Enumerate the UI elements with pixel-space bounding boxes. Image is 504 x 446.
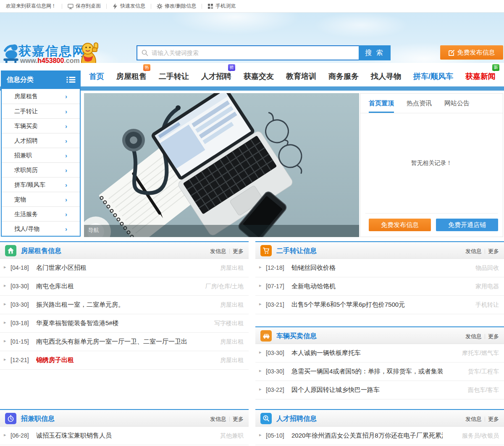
sidebar-item-pets[interactable]: 宠物 [2,192,80,206]
section-recruit: 人才招聘信息 发信息更多 [05-10]2020年徐州酒店女公关直招月8万你还在… [255,409,504,445]
clock-icon [5,413,16,424]
lightning-icon [112,3,118,9]
more-link[interactable]: 更多 [488,333,499,340]
sidebar-item-housing[interactable]: 房屋租售 [2,89,80,104]
list-item: [03-22]因个人原因转让城乡快巴一路车面包车/客车 [255,381,504,399]
list-item: [01-15]南屯西北头有新单元房一室一厅一卫、二室一厅一卫出租房屋出租 [0,333,249,351]
sidebar-item-vehicle[interactable]: 车辆买卖 [2,118,80,133]
post-info-link[interactable]: 发信息 [210,248,226,255]
monitor-icon [68,3,74,9]
qrcode-icon [207,3,213,9]
banner-carousel[interactable]: 导航 [84,93,359,237]
car-icon [260,330,272,342]
divider [151,4,151,9]
list-item: [06-28]诚招玉石珠宝兼职销售人员其他兼职 [0,427,249,445]
list-item: [07-17]全新电动饸饹机家用电器 [255,277,504,296]
list-item: [03-21]出售5个苹果6和5个苹果6p打包价7500元手机转让 [255,296,504,314]
free-publish-info-button[interactable]: 免费发布信息 [369,219,431,231]
section-title[interactable]: 招兼职信息 [21,415,55,423]
nav-carpool[interactable]: 拼车/顺风车 [413,71,453,81]
section-header: 人才招聘信息 发信息更多 [255,409,504,427]
list-item: [03-18]华夏幸福智能装备智造港5#楼写字楼出租 [0,314,249,333]
tab-hot-news[interactable]: 热点资讯 [407,99,432,113]
nav-education[interactable]: 教育培训 [286,71,316,81]
banner-photo [84,93,359,237]
post-info-link[interactable]: 发信息 [465,248,482,255]
category-sidebar: 信息分类 房屋租售 二手转让 车辆买卖 人才招聘 招兼职 求职简历 拼车/顺风车… [1,70,81,237]
list-item: [03-30]急需买一辆国4或者国5的：单排，双排货车，或者集装箱，...货车/… [255,363,504,381]
more-link[interactable]: 更多 [233,415,244,423]
panel-tabs: 首页置顶 热点资讯 网站公告 [360,94,503,113]
section-housing: 房屋租售信息 发信息更多 [04-18]名门世家小区招租房屋出租 [03-30]… [0,241,249,370]
sidebar-item-lostfound[interactable]: 找人/寻物 [2,221,80,236]
free-open-shop-button[interactable]: 免费开通店铺 [436,219,498,231]
quick-post-link[interactable]: 快速发信息 [112,3,145,10]
section-header: 房屋租售信息 发信息更多 [0,241,249,259]
edit-delete-link[interactable]: 修改/删除信息 [157,3,196,10]
more-link[interactable]: 更多 [233,248,244,255]
sidebar-item-carpool[interactable]: 拼车/顺风车 [2,177,80,192]
hot-badge: 热 [143,64,150,71]
section-title[interactable]: 车辆买卖信息 [276,332,317,341]
sidebar-item-recruit[interactable]: 人才招聘 [2,133,80,148]
sidebar-header: 信息分类 [1,70,81,89]
section-vehicle: 车辆买卖信息 发信息更多 [03-30]本人诚购一辆铁板摩托车摩托车/燃气车 [… [255,326,504,399]
top-utility-bar: 欢迎来到获嘉信息网！ 保存到桌面 快速发信息 修改/删除信息 手机浏览 [0,0,504,13]
person-search-icon [260,413,272,424]
divider [62,4,62,9]
empty-records-text: 暂无相关记录！ [360,159,503,167]
grab-badge: 抢 [228,64,235,71]
list-item: [03-30]本人诚购一辆铁板摩托车摩托车/燃气车 [255,344,504,363]
search-button[interactable]: 搜 索 [359,45,391,60]
sidebar-item-services[interactable]: 生活服务 [2,206,80,221]
list-item: [12-18]铂铑丝回收价格物品回收 [255,259,504,277]
list-item: [12-21]锦绣房子出租房屋出租 [0,351,249,370]
section-secondhand: 二手转让信息 发信息更多 [12-18]铂铑丝回收价格物品回收 [07-17]全… [255,241,504,314]
welcome-text: 欢迎来到获嘉信息网！ [6,3,56,10]
list-menu-icon [66,76,76,83]
section-header: 二手转让信息 发信息更多 [255,241,504,259]
sidebar-item-secondhand[interactable]: 二手转让 [2,104,80,118]
nav-recruit[interactable]: 人才招聘抢 [201,71,231,81]
section-header: 招兼职信息 发信息更多 [0,409,249,427]
tab-homepage-pinned[interactable]: 首页置顶 [369,99,394,113]
nav-news[interactable]: 获嘉新闻新 [465,71,496,81]
sidebar-list: 房屋租售 二手转让 车辆买卖 人才招聘 招兼职 求职简历 拼车/顺风车 宠物 生… [1,89,81,237]
nav-housing[interactable]: 房屋租售热 [116,71,147,81]
list-item: [05-10]2020年徐州酒店女公关直招月8万你还在电子厂累死累活挣...服务… [255,427,504,445]
nav-lostfound[interactable]: 找人寻物 [371,71,401,81]
house-icon [5,245,16,256]
section-title[interactable]: 人才招聘信息 [276,415,317,423]
mobile-browse-link[interactable]: 手机浏览 [207,3,236,10]
nav-dating[interactable]: 获嘉交友 [244,71,274,81]
post-info-link[interactable]: 发信息 [210,415,226,423]
divider [202,4,202,9]
section-parttime: 招兼职信息 发信息更多 [06-28]诚招玉石珠宝兼职销售人员其他兼职 [0,409,249,445]
sidebar-item-resume[interactable]: 求职简历 [2,162,80,177]
list-item: [04-18]名门世家小区招租房屋出租 [0,259,249,277]
tab-site-notice[interactable]: 网站公告 [444,99,470,113]
list-item: [03-30]振兴路出租一室，二室单元房。房屋出租 [0,296,249,314]
free-publish-button[interactable]: 免费发布信息 [440,45,503,60]
more-link[interactable]: 更多 [488,415,499,423]
save-to-desktop-link[interactable]: 保存到桌面 [68,3,101,10]
section-title[interactable]: 二手转让信息 [276,247,317,256]
nav-home[interactable]: 首页 [89,71,104,81]
nav-secondhand[interactable]: 二手转让 [159,71,189,81]
divider [365,213,498,214]
post-info-link[interactable]: 发信息 [465,415,482,423]
more-link[interactable]: 更多 [488,248,499,255]
post-info-link[interactable]: 发信息 [465,333,482,340]
banner-nav-label[interactable]: 导航 [88,227,99,234]
edit-icon [449,50,455,56]
section-title[interactable]: 房屋租售信息 [21,247,61,256]
nav-business[interactable]: 商务服务 [328,71,359,81]
cart-icon [260,245,272,256]
divider [106,4,107,9]
page: 欢迎来到获嘉信息网！ 保存到桌面 快速发信息 修改/删除信息 手机浏览 [0,0,504,446]
site-header: 获嘉信息网 www.h453800.com 搜 索 招兼职 二手轿车 生活服务 … [0,13,504,63]
announcement-panel: 首页置顶 热点资讯 网站公告 暂无相关记录！ 免费发布信息 免费开通店铺 [360,93,503,237]
search-input[interactable] [152,47,359,59]
sidebar-item-parttime[interactable]: 招兼职 [2,148,80,162]
section-header: 车辆买卖信息 发信息更多 [255,326,504,344]
